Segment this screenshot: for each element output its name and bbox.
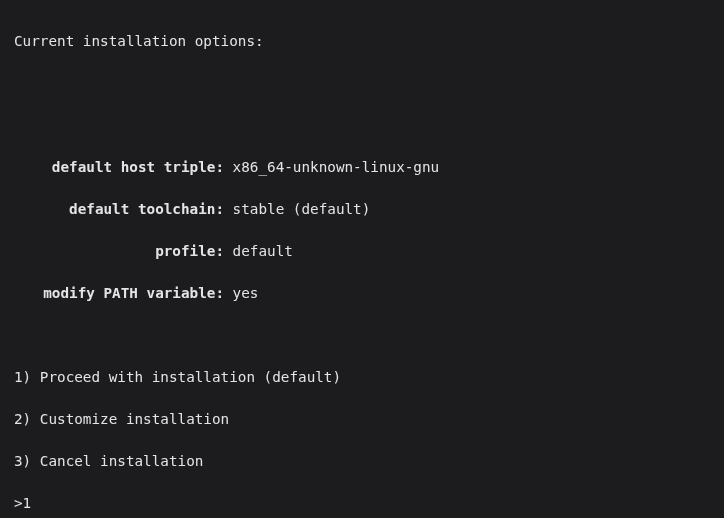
- opt-key: default toolchain:: [14, 199, 233, 220]
- opt-val: x86_64-unknown-linux-gnu: [233, 159, 440, 175]
- opt-val: stable (default): [233, 201, 371, 217]
- options-header: Current installation options:: [14, 31, 710, 52]
- menu-option-3: 3) Cancel installation: [14, 451, 710, 472]
- terminal-output[interactable]: Current installation options: default ho…: [0, 0, 724, 518]
- menu-option-1: 1) Proceed with installation (default): [14, 367, 710, 388]
- opt-key: profile:: [14, 241, 233, 262]
- opt-path: modify PATH variable:yes: [14, 283, 710, 304]
- menu-option-2: 2) Customize installation: [14, 409, 710, 430]
- opt-host-triple: default host triple:x86_64-unknown-linux…: [14, 157, 710, 178]
- prompt-line[interactable]: >1: [14, 493, 710, 514]
- opt-key: modify PATH variable:: [14, 283, 233, 304]
- opt-profile: profile:default: [14, 241, 710, 262]
- user-input: 1: [23, 495, 32, 511]
- blank-line: [14, 325, 710, 346]
- opt-key: default host triple:: [14, 157, 233, 178]
- blank-line: [14, 115, 710, 136]
- prompt-char: >: [14, 495, 23, 511]
- opt-val: yes: [233, 285, 259, 301]
- opt-val: default: [233, 243, 293, 259]
- opt-toolchain: default toolchain:stable (default): [14, 199, 710, 220]
- blank-line: [14, 73, 710, 94]
